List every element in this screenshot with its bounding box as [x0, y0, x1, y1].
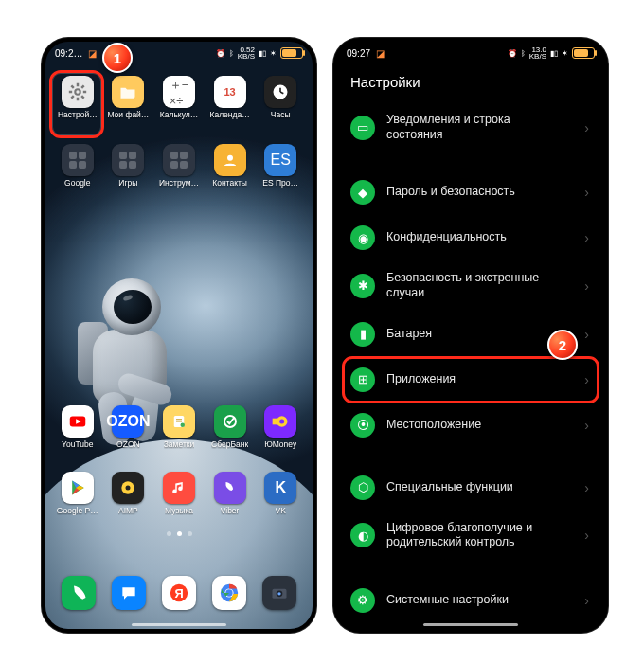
app-label: Музыка [165, 507, 193, 515]
home-apps-row-4: Google P…AIMPМузыкаViberKVK [45, 472, 313, 515]
settings-row-label: Безопасность и экстренные случаи [386, 271, 547, 300]
chevron-right-icon: › [584, 528, 589, 543]
status-bt-icon: ᛒ [229, 49, 234, 58]
settings-row-label: Батарея [386, 327, 432, 342]
row-system-settings[interactable]: ⚙Системные настройки› [337, 578, 604, 621]
chevron-right-icon: › [584, 372, 589, 387]
camera-icon[interactable] [262, 576, 296, 610]
app-folder[interactable]: Мои фай… [104, 76, 153, 119]
app-vk[interactable]: KVK [256, 472, 305, 515]
settings-row-label: Цифровое благополучие и родительский кон… [386, 521, 547, 550]
status-wifi-icon: ✶ [562, 49, 568, 58]
app-calendar[interactable]: 13Календа… [206, 76, 255, 119]
asterisk-icon: ✱ [350, 274, 375, 298]
shield-icon: ◆ [350, 180, 375, 205]
nav-gesture-pill[interactable] [132, 623, 226, 626]
app-label: YouTube [62, 440, 93, 449]
google-folder-icon [62, 144, 94, 176]
svg-text:Я: Я [174, 586, 183, 600]
phone-icon[interactable] [62, 576, 96, 610]
eye-icon: ◉ [350, 225, 375, 250]
app-tools-folder[interactable]: Инструм… [154, 144, 204, 188]
app-contacts[interactable]: Контакты [206, 144, 255, 188]
notes-icon [163, 405, 195, 438]
app-label: Калькул… [160, 111, 198, 119]
app-label: ES Про… [262, 179, 298, 188]
step-badge-1: 1 [102, 43, 133, 73]
settings-list[interactable]: ▭Уведомления и строка состояния›◆Пароль … [337, 102, 604, 621]
app-notes[interactable]: Заметки [154, 405, 204, 449]
calendar-icon: 13 [214, 76, 246, 108]
calculator-icon: ＋−×÷ [163, 76, 195, 108]
app-label: VK [276, 507, 286, 515]
contacts-icon [214, 144, 246, 176]
svg-rect-23 [273, 418, 277, 424]
svg-point-13 [227, 155, 233, 161]
phone-home-screen: 09:2… ◪ ⏰ ᛒ 0.52 KB/S ▮▯ ✶ Настрой…Мои ф… [42, 38, 316, 633]
app-es-explorer[interactable]: ESES Про… [256, 144, 305, 188]
messages-icon[interactable] [112, 576, 146, 610]
app-label: Часы [271, 111, 291, 119]
row-privacy[interactable]: ◉Конфиденциальность› [337, 215, 604, 260]
status-wifi-icon: ✶ [270, 49, 277, 58]
status-time: 09:2… [55, 48, 82, 59]
settings-group-gap [337, 561, 604, 578]
app-youtube[interactable]: YouTube [53, 405, 102, 449]
svg-point-22 [279, 419, 284, 423]
status-signal-icon: ▮▯ [550, 49, 558, 58]
app-label: Контакты [212, 179, 247, 188]
yandex-icon[interactable]: Я [162, 576, 196, 610]
chevron-right-icon: › [584, 230, 589, 245]
row-password-security[interactable]: ◆Пароль и безопасность› [337, 170, 604, 215]
app-games-folder[interactable]: Игры [104, 144, 153, 188]
google-play-icon [62, 472, 94, 504]
yoomoney-icon [264, 405, 296, 438]
app-calculator[interactable]: ＋−×÷Калькул… [154, 76, 204, 119]
system-icon: ⚙ [350, 588, 375, 613]
app-sberbank[interactable]: СберБанк [206, 405, 255, 449]
row-location[interactable]: ⦿Местоположение› [337, 403, 604, 448]
app-label: Игры [118, 179, 137, 188]
app-google-folder[interactable]: Google [53, 144, 102, 188]
viber-icon [214, 472, 246, 504]
row-digital-wellbeing[interactable]: ◐Цифровое благополучие и родительский ко… [337, 511, 604, 561]
star-icon: ⬡ [350, 475, 375, 500]
folder-icon [112, 76, 144, 108]
settings-row-label: Уведомления и строка состояния [386, 113, 547, 142]
app-clock[interactable]: Часы [256, 76, 305, 119]
app-label: ЮMoney [264, 440, 296, 449]
app-yoomoney[interactable]: ЮMoney [256, 405, 305, 449]
svg-point-37 [278, 592, 281, 595]
app-google-play[interactable]: Google P… [53, 472, 102, 515]
app-label: СберБанк [211, 440, 248, 449]
app-label: OZON [116, 440, 140, 449]
step-badge-2: 2 [547, 330, 578, 360]
settings-row-label: Конфиденциальность [386, 230, 507, 245]
app-viber[interactable]: Viber [206, 472, 255, 515]
row-notifications[interactable]: ▭Уведомления и строка состояния› [337, 102, 604, 152]
vk-icon: K [264, 472, 296, 504]
app-label: Google [64, 179, 90, 188]
es-explorer-icon: ES [264, 144, 296, 176]
row-apps[interactable]: ⊞Приложения› [343, 357, 599, 403]
status-bt-icon: ᛒ [521, 49, 526, 58]
ozon-icon: OZON [112, 405, 144, 438]
app-label: Мои фай… [107, 111, 149, 119]
home-apps-row-3: YouTubeOZONOZONЗаметкиСберБанкЮMoney [45, 405, 313, 449]
status-nfc-icon: ◪ [376, 48, 385, 59]
chevron-right-icon: › [584, 593, 589, 608]
chevron-right-icon: › [584, 185, 589, 200]
tools-folder-icon [163, 144, 195, 176]
callout-settings-app [49, 70, 104, 138]
status-alarm-icon: ⏰ [216, 49, 225, 58]
home-apps-row-2: GoogleИгрыИнструм…КонтактыESES Про… [45, 144, 313, 188]
nav-gesture-pill[interactable] [423, 623, 518, 626]
app-aimp[interactable]: AIMP [104, 472, 153, 515]
app-music[interactable]: Музыка [154, 472, 204, 515]
chrome-icon[interactable] [212, 576, 246, 610]
status-battery-icon [572, 47, 595, 59]
bell-icon: ▭ [350, 116, 375, 140]
row-safety-emergency[interactable]: ✱Безопасность и экстренные случаи› [337, 260, 604, 311]
row-accessibility[interactable]: ⬡Специальные функции› [337, 465, 604, 511]
app-ozon[interactable]: OZONOZON [104, 405, 153, 449]
